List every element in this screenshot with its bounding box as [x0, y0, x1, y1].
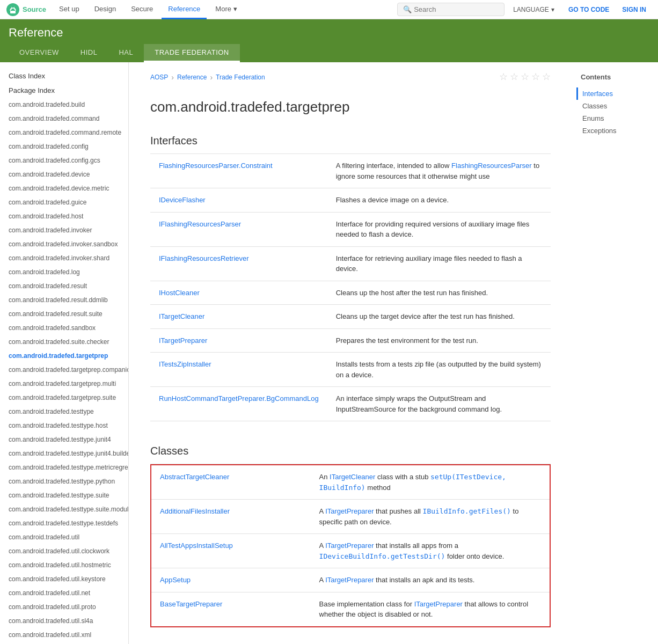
toc-item-enums[interactable]: Enums: [576, 112, 654, 125]
class-link-alltestappsinstallsetup[interactable]: AllTestAppsInstallSetup: [160, 541, 233, 550]
star-1[interactable]: ☆: [499, 71, 508, 83]
sidebar-link-21[interactable]: com.android.tradefed.targetprep.suite: [0, 391, 128, 405]
idevicebuildinfo-link[interactable]: IDeviceBuildInfo.getTestsDir(): [319, 552, 445, 560]
interface-link-itargetpreparer[interactable]: ITargetPreparer: [159, 336, 207, 345]
sidebar-link-25[interactable]: com.android.tradefed.testtype.junit4.bui…: [0, 447, 128, 460]
sidebar-link-3[interactable]: com.android.tradefed.config: [0, 140, 128, 153]
sidebar-link-28[interactable]: com.android.tradefed.testtype.suite: [0, 488, 128, 502]
sidebar-item-package-index[interactable]: Package Index: [0, 83, 128, 98]
sidebar-link-31[interactable]: com.android.tradefed.util: [0, 530, 128, 544]
table-row: AppSetup A ITargetPreparer that installs…: [151, 568, 550, 592]
sidebar-link-1[interactable]: com.android.tradefed.command: [0, 112, 128, 126]
breadcrumb-reference[interactable]: Reference: [177, 74, 207, 81]
sidebar-link-7[interactable]: com.android.tradefed.guice: [0, 195, 128, 209]
sidebar-link-2[interactable]: com.android.tradefed.command.remote: [0, 126, 128, 140]
sidebar-link-6[interactable]: com.android.tradefed.device.metric: [0, 181, 128, 195]
sidebar-link-24[interactable]: com.android.tradefed.testtype.junit4: [0, 433, 128, 447]
sidebar-link-20[interactable]: com.android.tradefed.targetprep.multi: [0, 377, 128, 391]
nav-reference[interactable]: Reference: [162, 0, 207, 19]
interface-link-ideviceflasher[interactable]: IDeviceFlasher: [159, 196, 206, 204]
breadcrumb-trade-federation[interactable]: Trade Federation: [216, 74, 265, 81]
class-link-appsetup[interactable]: AppSetup: [160, 576, 191, 584]
sidebar-link-29[interactable]: com.android.tradefed.testtype.suite.modu…: [0, 502, 128, 516]
star-2[interactable]: ☆: [510, 71, 518, 83]
table-row: IDeviceFlasher Flashes a device image on…: [150, 188, 551, 213]
sidebar-link-33[interactable]: com.android.tradefed.util.hostmetric: [0, 558, 128, 572]
star-3[interactable]: ☆: [521, 71, 529, 83]
sidebar-link-16[interactable]: com.android.tradefed.sandbox: [0, 321, 128, 335]
interface-link-flashing-constraint[interactable]: FlashingResourcesParser.Constraint: [159, 162, 273, 170]
sidebar-link-36[interactable]: com.android.tradefed.util.proto: [0, 600, 128, 614]
interface-link-runhostcommand[interactable]: RunHostCommandTargetPreparer.BgCommandLo…: [159, 394, 319, 402]
tab-hidl[interactable]: HIDL: [70, 44, 108, 62]
sidebar-link-32[interactable]: com.android.tradefed.util.clockwork: [0, 544, 128, 558]
sidebar-link-targetprep[interactable]: com.android.tradefed.targetprep: [0, 349, 128, 363]
sidebar-link-17[interactable]: com.android.tradefed.suite.checker: [0, 335, 128, 349]
star-4[interactable]: ☆: [531, 71, 540, 83]
class-desc-cell: Base implementation class for ITargetPre…: [311, 592, 550, 627]
sidebar-link-8[interactable]: com.android.tradefed.host: [0, 209, 128, 223]
interface-link-itestszipinstaller[interactable]: ITestsZipInstaller: [159, 360, 211, 368]
right-toc: Contents Interfaces Classes Enums Except…: [572, 62, 658, 644]
nav-more[interactable]: More ▾: [209, 0, 244, 19]
class-link-abstracttargetcleaner[interactable]: AbstractTargetCleaner: [160, 473, 229, 481]
itargetpreparer-link-3[interactable]: ITargetPreparer: [325, 576, 374, 584]
sidebar-link-23[interactable]: com.android.tradefed.testtype.host: [0, 419, 128, 433]
nav-secure[interactable]: Secure: [125, 0, 159, 19]
classes-table: AbstractTargetCleaner An ITargetCleaner …: [150, 464, 551, 627]
class-link-basetargetpreparer[interactable]: BaseTargetPreparer: [160, 600, 222, 608]
toc-item-classes[interactable]: Classes: [576, 100, 654, 112]
sidebar-link-34[interactable]: com.android.tradefed.util.keystore: [0, 572, 128, 586]
tab-trade-federation[interactable]: TRADE FEDERATION: [144, 44, 240, 62]
itargetpreparer-link-4[interactable]: ITargetPreparer: [414, 600, 463, 608]
ibuildinfo-getfiles-link[interactable]: IBuildInfo.getFiles(): [423, 507, 511, 515]
search-input[interactable]: [414, 5, 499, 13]
interface-link-iflashingresourcesparser[interactable]: IFlashingResourcesParser: [159, 220, 241, 228]
interface-link-ihostcleaner[interactable]: IHostCleaner: [159, 289, 200, 297]
class-link-additionalfilesinstaller[interactable]: AdditionalFilesInstaller: [160, 507, 230, 515]
class-desc-cell: A ITargetPreparer that pushes all IBuild…: [311, 500, 550, 534]
sidebar-link-10[interactable]: com.android.tradefed.invoker.sandbox: [0, 237, 128, 251]
itargetpreparer-link[interactable]: ITargetPreparer: [325, 507, 374, 515]
flashingresourcesparser-link[interactable]: FlashingResourcesParser: [451, 162, 532, 170]
class-link-cell: AllTestAppsInstallSetup: [151, 534, 311, 568]
sidebar-item-class-index[interactable]: Class Index: [0, 69, 128, 83]
star-5[interactable]: ☆: [542, 71, 551, 83]
nav-setup[interactable]: Set up: [53, 0, 86, 19]
star-rating[interactable]: ☆ ☆ ☆ ☆ ☆: [499, 71, 551, 83]
interface-link-iflashingresourcesretriever[interactable]: IFlashingResourcesRetriever: [159, 254, 249, 262]
toc-item-interfaces[interactable]: Interfaces: [576, 87, 654, 100]
tab-hal[interactable]: HAL: [108, 44, 144, 62]
table-row: ITestsZipInstaller Installs tests from a…: [150, 353, 551, 387]
sidebar-link-30[interactable]: com.android.tradefed.testtype.testdefs: [0, 516, 128, 530]
sidebar-link-26[interactable]: com.android.tradefed.testtype.metricregr…: [0, 460, 128, 474]
sidebar-link-14[interactable]: com.android.tradefed.result.ddmlib: [0, 293, 128, 307]
content-with-toc: AOSP › Reference › Trade Federation ☆ ☆ …: [129, 62, 658, 644]
go-to-code-link[interactable]: GO TO CODE: [563, 6, 615, 13]
sidebar-link-12[interactable]: com.android.tradefed.log: [0, 265, 128, 279]
sidebar-link-22[interactable]: com.android.tradefed.testtype: [0, 405, 128, 419]
sidebar-link-13[interactable]: com.android.tradefed.result: [0, 279, 128, 293]
sidebar-link-38[interactable]: com.android.tradefed.util.xml: [0, 628, 128, 642]
sidebar-link-4[interactable]: com.android.tradefed.config.gcs: [0, 153, 128, 167]
sidebar-link-35[interactable]: com.android.tradefed.util.net: [0, 586, 128, 600]
itargetcleaner-link[interactable]: ITargetCleaner: [330, 473, 375, 481]
sign-in-link[interactable]: SIGN IN: [617, 6, 652, 13]
interface-link-itargetcleaner[interactable]: ITargetCleaner: [159, 312, 204, 320]
sidebar-link-15[interactable]: com.android.tradefed.result.suite: [0, 307, 128, 321]
breadcrumb-aosp[interactable]: AOSP: [150, 74, 168, 81]
toc-item-exceptions[interactable]: Exceptions: [576, 125, 654, 137]
sidebar-link-5[interactable]: com.android.tradefed.device: [0, 167, 128, 181]
sidebar-link-9[interactable]: com.android.tradefed.invoker: [0, 223, 128, 237]
nav-design[interactable]: Design: [88, 0, 122, 19]
itargetpreparer-link-2[interactable]: ITargetPreparer: [325, 541, 374, 550]
tab-overview[interactable]: OVERVIEW: [9, 44, 70, 62]
sidebar-link-11[interactable]: com.android.tradefed.invoker.shard: [0, 251, 128, 265]
language-button[interactable]: LANGUAGE ▾: [507, 6, 561, 13]
sidebar-link-19[interactable]: com.android.tradefed.targetprep.companio…: [0, 363, 128, 377]
sidebar-link-37[interactable]: com.android.tradefed.util.sl4a: [0, 614, 128, 628]
sidebar-link-0[interactable]: com.android.tradefed.build: [0, 98, 128, 112]
interface-desc-cell: Cleans up the host after the test run ha…: [327, 281, 551, 305]
logo[interactable]: Source: [6, 3, 46, 16]
sidebar-link-27[interactable]: com.android.tradefed.testtype.python: [0, 474, 128, 488]
